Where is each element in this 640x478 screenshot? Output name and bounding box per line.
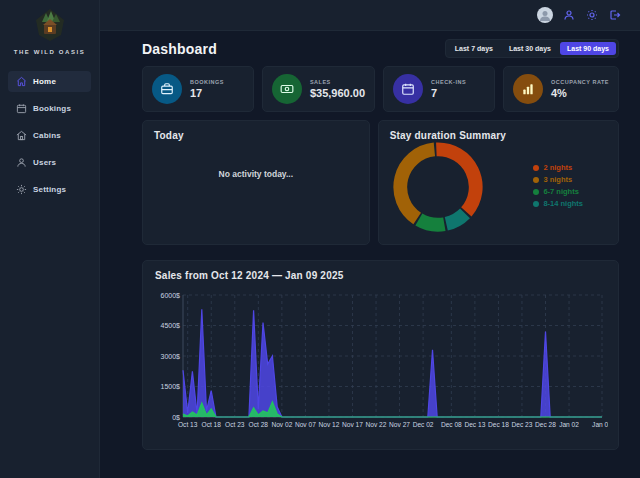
svg-text:4500$: 4500$ (161, 322, 181, 329)
today-empty-message: No activity today... (154, 169, 358, 179)
sidebar-item-label: Users (33, 158, 56, 167)
filter-last-7-days[interactable]: Last 7 days (448, 42, 500, 55)
stay-duration-legend: 2 nights 3 nights 6-7 nights 8-14 nights (533, 163, 583, 211)
avatar-placeholder-icon (539, 9, 551, 21)
svg-text:Nov 22: Nov 22 (366, 421, 387, 428)
sidebar-item-label: Cabins (33, 131, 61, 140)
sidebar-item-label: Bookings (33, 104, 71, 113)
filter-last-30-days[interactable]: Last 30 days (502, 42, 558, 55)
svg-text:Dec 08: Dec 08 (441, 421, 462, 428)
svg-text:Nov 02: Nov 02 (271, 421, 292, 428)
cabin-icon (16, 130, 27, 141)
stay-duration-donut-chart (392, 141, 484, 233)
svg-text:3000$: 3000$ (161, 353, 181, 360)
stat-label: Sales (310, 79, 365, 85)
user-icon (16, 157, 27, 168)
stats-row: Bookings 17 Sales $35,960.00 (142, 66, 619, 112)
chart-bar-icon (513, 74, 543, 104)
svg-text:1500$: 1500$ (161, 383, 181, 390)
svg-text:Oct 23: Oct 23 (225, 421, 245, 428)
sales-area-chart: 0$1500$3000$4500$6000$Oct 13Oct 18Oct 23… (155, 287, 608, 439)
home-icon (16, 76, 27, 87)
main-area: Dashboard Last 7 days Last 30 days Last … (100, 0, 640, 478)
stat-label: Occupancy rate (551, 79, 609, 85)
legend-dot (533, 177, 539, 183)
sidebar-item-label: Home (33, 77, 56, 86)
svg-text:Nov 27: Nov 27 (389, 421, 410, 428)
legend-item: 8-14 nights (533, 199, 583, 208)
svg-text:Jan 09: Jan 09 (592, 421, 608, 428)
svg-text:6000$: 6000$ (161, 292, 181, 299)
sales-chart-card: Sales from Oct 12 2024 — Jan 09 2025 0$1… (142, 260, 619, 450)
stay-duration-card: Stay duration Summary 2 nights 3 nights … (378, 120, 619, 245)
legend-dot (533, 201, 539, 207)
svg-text:Nov 12: Nov 12 (318, 421, 339, 428)
stat-value: $35,960.00 (310, 87, 365, 99)
stat-value: 4% (551, 87, 609, 99)
svg-text:Oct 18: Oct 18 (202, 421, 222, 428)
stay-duration-title: Stay duration Summary (390, 130, 607, 141)
dashboard-content: Dashboard Last 7 days Last 30 days Last … (100, 31, 640, 478)
calendar-icon (16, 103, 27, 114)
stat-value: 17 (190, 87, 224, 99)
svg-text:Oct 28: Oct 28 (249, 421, 269, 428)
wild-oasis-logo-icon (30, 8, 70, 42)
svg-text:Dec 13: Dec 13 (464, 421, 485, 428)
svg-text:Dec 23: Dec 23 (512, 421, 533, 428)
today-title: Today (154, 130, 358, 141)
legend-item: 6-7 nights (533, 187, 583, 196)
legend-item: 2 nights (533, 163, 583, 172)
svg-text:Dec 18: Dec 18 (488, 421, 509, 428)
sidebar-item-label: Settings (33, 185, 66, 194)
legend-dot (533, 165, 539, 171)
date-range-filter: Last 7 days Last 30 days Last 90 days (445, 39, 619, 58)
svg-text:Oct 13: Oct 13 (178, 421, 198, 428)
svg-text:Dec 28: Dec 28 (535, 421, 556, 428)
svg-text:0$: 0$ (172, 414, 180, 421)
sun-icon (586, 9, 598, 21)
legend-dot (533, 189, 539, 195)
gear-icon (16, 184, 27, 195)
stat-value: 7 (431, 87, 466, 99)
sidebar-nav: Home Bookings Cabins Users Settings (0, 71, 99, 200)
legend-item: 3 nights (533, 175, 583, 184)
logout-button[interactable] (608, 8, 622, 22)
banknotes-icon (272, 74, 302, 104)
app-window: THE WILD OASIS Home Bookings Cabins User… (0, 0, 640, 478)
avatar (537, 7, 553, 23)
svg-text:Jan 02: Jan 02 (559, 421, 579, 428)
stat-sales: Sales $35,960.00 (262, 66, 375, 112)
user-icon (563, 9, 575, 21)
sidebar-item-settings[interactable]: Settings (8, 179, 91, 200)
topbar (100, 0, 640, 31)
briefcase-icon (152, 74, 182, 104)
sidebar-item-bookings[interactable]: Bookings (8, 98, 91, 119)
brand-name: THE WILD OASIS (0, 49, 99, 55)
stat-label: Bookings (190, 79, 224, 85)
stat-label: Check-ins (431, 79, 466, 85)
filter-last-90-days[interactable]: Last 90 days (560, 42, 616, 55)
sidebar-item-cabins[interactable]: Cabins (8, 125, 91, 146)
today-activity-card: Today No activity today... (142, 120, 370, 245)
page-title: Dashboard (142, 41, 217, 57)
sales-chart-title: Sales from Oct 12 2024 — Jan 09 2025 (155, 270, 606, 281)
sidebar-item-users[interactable]: Users (8, 152, 91, 173)
logout-icon (609, 9, 621, 21)
stat-check-ins: Check-ins 7 (383, 66, 495, 112)
svg-text:Nov 17: Nov 17 (342, 421, 363, 428)
app-logo: THE WILD OASIS (0, 8, 99, 55)
user-account-button[interactable] (562, 8, 576, 22)
calendar-days-icon (393, 74, 423, 104)
sidebar: THE WILD OASIS Home Bookings Cabins User… (0, 0, 100, 478)
dark-mode-toggle-button[interactable] (585, 8, 599, 22)
svg-text:Nov 07: Nov 07 (295, 421, 316, 428)
svg-text:Dec 02: Dec 02 (413, 421, 434, 428)
sidebar-item-home[interactable]: Home (8, 71, 91, 92)
stat-occupancy-rate: Occupancy rate 4% (503, 66, 619, 112)
stat-bookings: Bookings 17 (142, 66, 254, 112)
